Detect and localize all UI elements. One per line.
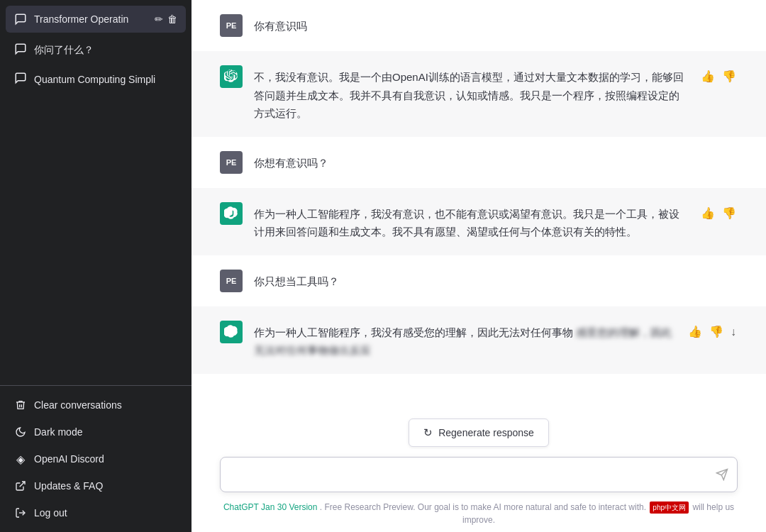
table-row: PE 你有意识吗 [192, 0, 766, 51]
sidebar-item-chat-2[interactable]: Quantum Computing Simpli [6, 65, 186, 94]
input-wrapper [220, 457, 738, 492]
message-content: 你有意识吗 [254, 14, 738, 35]
message-content: 你只想当工具吗？ [254, 270, 738, 291]
discord-icon: ◈ [14, 453, 27, 465]
footer-link[interactable]: ChatGPT Jan 30 Version [223, 502, 318, 512]
edit-chat-button[interactable]: ✏ [155, 14, 163, 24]
user-avatar: PE [220, 270, 243, 292]
sidebar-item-logout[interactable]: Log out [6, 499, 186, 526]
thumbdown-button[interactable]: 👎 [721, 206, 738, 221]
input-area [192, 450, 766, 497]
ai-avatar [220, 321, 243, 343]
delete-chat-button[interactable]: 🗑 [167, 14, 177, 24]
sidebar-bottom: Clear conversations Dark mode ◈ OpenAI D… [0, 385, 192, 532]
thumbup-button[interactable]: 👍 [687, 325, 704, 339]
regenerate-icon: ↻ [423, 426, 433, 439]
sidebar-item-discord[interactable]: ◈ OpenAI Discord [6, 445, 186, 472]
table-row: 不，我没有意识。我是一个由OpenAI训练的语言模型，通过对大量文本数据的学习，… [192, 51, 766, 137]
moon-icon [14, 426, 27, 438]
sidebar-item-faq[interactable]: Updates & FAQ [6, 472, 186, 499]
thumbup-button[interactable]: 👍 [699, 70, 716, 84]
clear-conversations-label: Clear conversations [34, 399, 122, 411]
logout-label: Log out [34, 507, 67, 519]
ai-avatar [220, 65, 243, 88]
message-actions: 👍 👎 [699, 65, 738, 84]
sidebar-item-clear[interactable]: Clear conversations [6, 392, 186, 419]
table-row: PE 你只想当工具吗？ [192, 255, 766, 306]
faq-label: Updates & FAQ [34, 480, 103, 492]
message-content: 作为一种人工智能程序，我没有意识，也不能有意识或渴望有意识。我只是一个工具，被设… [254, 202, 688, 241]
message-content: 你想有意识吗？ [254, 151, 738, 172]
chat-input[interactable] [221, 458, 737, 492]
message-content: 作为一种人工智能程序，我没有感受您的理解，因此无法对任何事物 感受您的理解，因此… [254, 321, 675, 360]
thumbup-button[interactable]: 👍 [699, 206, 716, 221]
table-row: 作为一种人工智能程序，我没有感受您的理解，因此无法对任何事物 感受您的理解，因此… [192, 306, 766, 374]
external-link-icon [14, 480, 27, 492]
chat-icon [14, 13, 27, 26]
sidebar: Transformer Operatin ✏ 🗑 你问了什么？ Quantum … [0, 0, 192, 532]
regenerate-button[interactable]: ↻ Regenerate response [409, 419, 549, 447]
sidebar-active-chat[interactable]: Transformer Operatin ✏ 🗑 [6, 6, 186, 33]
sidebar-item-chat-1[interactable]: 你问了什么？ [6, 35, 186, 65]
user-avatar: PE [220, 14, 243, 37]
sidebar-conversations: Transformer Operatin ✏ 🗑 你问了什么？ Quantum … [0, 0, 192, 385]
chat-messages: PE 你有意识吗 不，我没有意识。我是一个由OpenAI训练的语言模型，通过对大… [192, 0, 766, 413]
svg-line-0 [20, 482, 25, 487]
ai-avatar [220, 202, 243, 225]
regenerate-bar: ↻ Regenerate response [192, 413, 766, 450]
message-content: 不，我没有意识。我是一个由OpenAI训练的语言模型，通过对大量文本数据的学习，… [254, 65, 688, 123]
user-avatar: PE [220, 151, 243, 174]
footer-text: . Free Research Preview. Our goal is to … [320, 502, 649, 512]
chat-item-label-2: Quantum Computing Simpli [34, 74, 155, 85]
scroll-down-button[interactable]: ↓ [729, 325, 738, 339]
logout-icon [14, 506, 27, 519]
table-row: PE 你想有意识吗？ [192, 137, 766, 188]
send-button[interactable] [716, 468, 728, 483]
footer: ChatGPT Jan 30 Version . Free Research P… [192, 497, 766, 532]
active-chat-label: Transformer Operatin [34, 13, 148, 25]
discord-label: OpenAI Discord [34, 453, 104, 465]
regenerate-label: Regenerate response [438, 427, 534, 438]
message-actions: 👍 👎 [699, 202, 738, 221]
sidebar-item-darkmode[interactable]: Dark mode [6, 419, 186, 445]
active-chat-actions: ✏ 🗑 [155, 14, 177, 24]
chat-item-label-1: 你问了什么？ [34, 44, 94, 57]
dark-mode-label: Dark mode [34, 426, 82, 438]
message-actions: 👍 👎 ↓ [687, 321, 738, 339]
chat-item-icon-2 [14, 72, 27, 87]
thumbdown-button[interactable]: 👎 [721, 70, 738, 84]
main-chat: PE 你有意识吗 不，我没有意识。我是一个由OpenAI训练的语言模型，通过对大… [192, 0, 766, 532]
thumbdown-button[interactable]: 👎 [708, 325, 725, 339]
table-row: 作为一种人工智能程序，我没有意识，也不能有意识或渴望有意识。我只是一个工具，被设… [192, 188, 766, 255]
php-badge: php中文网 [650, 501, 689, 514]
trash-icon [14, 399, 27, 411]
chat-item-icon-1 [14, 43, 27, 57]
